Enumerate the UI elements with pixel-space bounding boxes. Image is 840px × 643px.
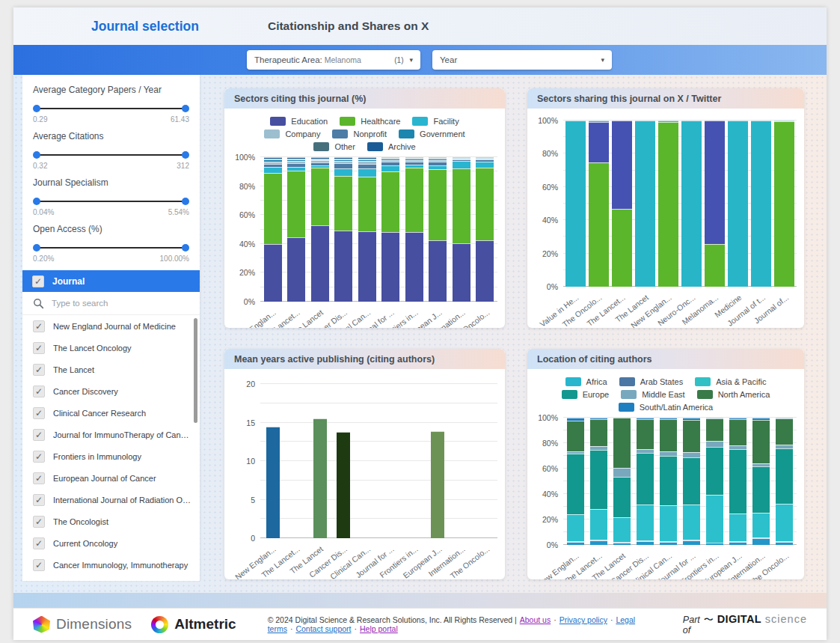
bar-segment[interactable] xyxy=(729,419,747,446)
bar[interactable] xyxy=(752,418,770,545)
bar-segment[interactable] xyxy=(590,540,608,545)
bar-segment[interactable] xyxy=(776,504,794,541)
bar-segment[interactable] xyxy=(683,505,701,540)
bar-segment[interactable] xyxy=(589,162,608,287)
legend-item[interactable]: Archive xyxy=(367,142,416,151)
bar[interactable] xyxy=(408,384,421,538)
bar-segment[interactable] xyxy=(590,450,608,509)
bar-segment[interactable] xyxy=(476,240,494,302)
bar-segment[interactable] xyxy=(334,163,352,168)
journal-list-item[interactable]: ✓Cancer Discovery xyxy=(22,380,200,402)
journal-checkbox[interactable]: ✓ xyxy=(33,451,45,463)
bar-segment[interactable] xyxy=(613,468,631,477)
slider-handle-max[interactable] xyxy=(182,151,189,159)
bar-segment[interactable] xyxy=(637,419,654,449)
bar-segment[interactable] xyxy=(752,538,770,545)
journal-list-item[interactable]: ✓The Lancet Oncology xyxy=(22,337,200,359)
footer-link[interactable]: Contact support xyxy=(295,624,351,633)
bar[interactable] xyxy=(705,121,724,287)
bar-segment[interactable] xyxy=(729,449,747,514)
legend-item[interactable]: Africa xyxy=(565,377,607,386)
bar[interactable] xyxy=(337,384,350,538)
bar-segment[interactable] xyxy=(337,432,350,538)
bar-segment[interactable] xyxy=(612,121,631,209)
bar-segment[interactable] xyxy=(567,542,585,545)
journal-list-item[interactable]: ✓European Journal of Cancer xyxy=(22,467,200,489)
bar[interactable] xyxy=(706,418,724,545)
bar-segment[interactable] xyxy=(313,418,327,538)
bar-segment[interactable] xyxy=(660,505,678,541)
legend-item[interactable]: Government xyxy=(399,129,465,138)
altmetric-logo[interactable]: Altmetric xyxy=(151,616,236,633)
bar[interactable] xyxy=(635,121,654,287)
bar-segment[interactable] xyxy=(612,209,631,287)
journal-list-item[interactable]: ✓Cancer Immunology, Immunotherapy xyxy=(22,554,200,576)
tab-journal-selection[interactable]: Journal selection xyxy=(91,19,199,34)
bar-segment[interactable] xyxy=(264,173,282,244)
journal-checkbox[interactable]: ✓ xyxy=(33,342,45,354)
journal-checkbox[interactable]: ✓ xyxy=(33,494,45,506)
bar[interactable] xyxy=(264,157,282,302)
bar-segment[interactable] xyxy=(683,540,701,545)
bar-segment[interactable] xyxy=(405,168,423,233)
journal-list-item[interactable]: ✓International Journal of Radiation Onco… xyxy=(22,489,200,511)
bar[interactable] xyxy=(729,418,747,545)
bar-segment[interactable] xyxy=(567,454,585,514)
bar-segment[interactable] xyxy=(752,420,770,464)
bar[interactable] xyxy=(429,157,447,302)
therapeutic-area-dropdown[interactable]: Therapeutic Area: Melanoma (1) ▾ xyxy=(247,50,420,70)
bar-segment[interactable] xyxy=(729,514,747,541)
bar-segment[interactable] xyxy=(774,121,794,287)
journal-checkbox[interactable]: ✓ xyxy=(33,472,45,484)
bar-segment[interactable] xyxy=(567,421,585,451)
journal-checkbox[interactable]: ✓ xyxy=(33,429,45,441)
bar-segment[interactable] xyxy=(776,418,794,445)
range-slider[interactable] xyxy=(36,151,186,159)
journal-list-item[interactable]: ✓Frontiers in Immunology xyxy=(22,445,200,467)
bar[interactable] xyxy=(311,157,329,302)
bar[interactable] xyxy=(776,418,794,545)
bar-segment[interactable] xyxy=(429,240,447,302)
bar-segment[interactable] xyxy=(776,542,794,545)
bar-segment[interactable] xyxy=(706,418,724,441)
bar-segment[interactable] xyxy=(706,441,724,448)
bar-segment[interactable] xyxy=(431,431,444,538)
bar-segment[interactable] xyxy=(476,162,494,168)
bar[interactable] xyxy=(431,384,444,538)
bar-segment[interactable] xyxy=(565,121,585,287)
bar-segment[interactable] xyxy=(590,509,608,540)
bar-segment[interactable] xyxy=(681,121,701,287)
legend-item[interactable]: Company xyxy=(264,129,320,138)
bar-segment[interactable] xyxy=(453,243,470,302)
bar-segment[interactable] xyxy=(706,543,724,545)
journal-list-item[interactable]: ✓The Lancet xyxy=(22,359,200,380)
bar-segment[interactable] xyxy=(264,167,282,174)
bar-segment[interactable] xyxy=(287,171,305,237)
bar-segment[interactable] xyxy=(637,505,654,540)
journal-checkbox[interactable]: ✓ xyxy=(33,386,45,397)
bar-segment[interactable] xyxy=(334,231,352,302)
bar[interactable] xyxy=(660,418,678,545)
bar-segment[interactable] xyxy=(287,237,305,302)
legend-item[interactable]: Nonprofit xyxy=(332,129,387,138)
bar-segment[interactable] xyxy=(683,420,701,452)
bar-segment[interactable] xyxy=(311,168,329,225)
bar-segment[interactable] xyxy=(613,418,631,468)
bar-segment[interactable] xyxy=(266,427,280,538)
slider-handle-min[interactable] xyxy=(33,198,40,205)
bar-segment[interactable] xyxy=(453,168,470,243)
bar[interactable] xyxy=(728,121,747,287)
year-dropdown[interactable]: Year ▾ xyxy=(432,50,612,70)
bar-segment[interactable] xyxy=(729,542,747,545)
journal-checkbox[interactable]: ✓ xyxy=(33,364,45,376)
bar[interactable] xyxy=(751,121,770,287)
bar-segment[interactable] xyxy=(590,419,608,447)
bar-segment[interactable] xyxy=(658,122,678,287)
range-slider[interactable] xyxy=(36,244,186,252)
bar[interactable] xyxy=(358,157,376,302)
legend-item[interactable]: South/Latin America xyxy=(619,403,713,412)
slider-handle-max[interactable] xyxy=(182,105,189,112)
legend-item[interactable]: Facility xyxy=(412,117,459,126)
bar-segment[interactable] xyxy=(705,244,724,287)
bar[interactable] xyxy=(565,121,585,287)
